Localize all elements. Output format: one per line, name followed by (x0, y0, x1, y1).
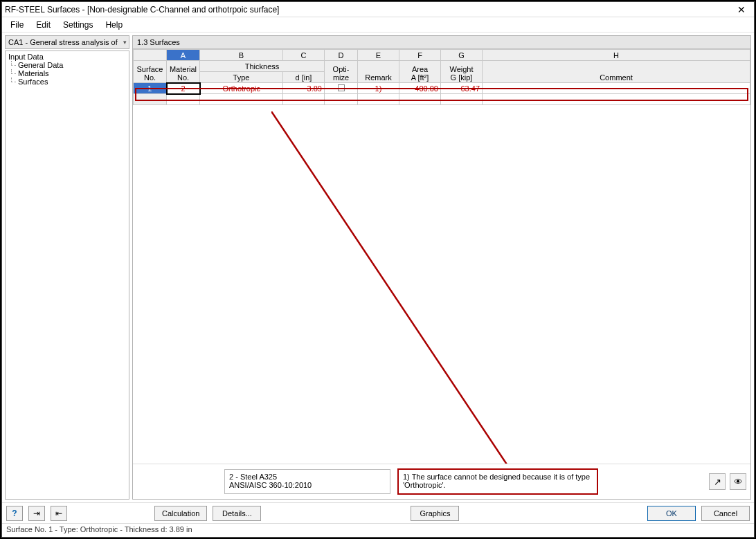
cancel-button[interactable]: Cancel (701, 506, 750, 521)
nav-tree[interactable]: Input Data General Data Materials Surfac… (5, 51, 129, 500)
remark-message: 1) The surface cannot be designed becaus… (403, 473, 590, 489)
details-button[interactable]: Details... (213, 506, 261, 521)
cell-d[interactable]: 3.89 (283, 83, 325, 94)
cell-type[interactable]: Orthotropic (200, 83, 283, 94)
case-combo-text: CA1 - General stress analysis of (8, 38, 118, 46)
menu-help[interactable]: Help (102, 19, 125, 31)
left-pane: CA1 - General stress analysis of ▾ Input… (5, 35, 129, 500)
pick-icon[interactable]: ↗ (709, 473, 726, 490)
col-blank (134, 50, 167, 61)
h-area: AreaA [ft²] (399, 61, 441, 83)
help-icon[interactable]: ? (6, 506, 23, 521)
import-icon[interactable]: ⇥ (28, 506, 45, 521)
tree-surfaces[interactable]: Surfaces (8, 77, 126, 86)
col-C[interactable]: C (283, 50, 325, 61)
table-row[interactable]: 1 2 Orthotropic 3.89 1) 400.00 63.47 (134, 83, 750, 94)
remark-message-box: 1) The surface cannot be designed becaus… (397, 468, 598, 495)
case-combo[interactable]: CA1 - General stress analysis of ▾ (5, 35, 129, 49)
cell-remark[interactable]: 1) (358, 83, 399, 94)
col-A[interactable]: A (167, 50, 200, 61)
h-comment: Comment (483, 61, 750, 83)
chevron-down-icon: ▾ (123, 39, 127, 46)
sh-type: Type (200, 72, 283, 83)
graphics-button[interactable]: Graphics (411, 506, 459, 521)
col-B[interactable]: B (200, 50, 283, 61)
calculation-button[interactable]: Calculation (154, 506, 207, 521)
panel-title: 1.3 Surfaces (133, 36, 750, 49)
h-surface: SurfaceNo. (134, 61, 167, 83)
material-info-box: 2 - Steel A325 ANSI/AISC 360-10:2010 (224, 469, 390, 494)
material-line1: 2 - Steel A325 (229, 473, 386, 481)
surfaces-table[interactable]: A B C D E F G H SurfaceNo. MaterialNo. T… (133, 49, 750, 105)
info-band: 2 - Steel A325 ANSI/AISC 360-10:2010 1) … (133, 464, 750, 499)
grid-wrap: A B C D E F G H SurfaceNo. MaterialNo. T… (133, 49, 750, 464)
ok-button[interactable]: OK (647, 506, 696, 521)
col-E[interactable]: E (358, 50, 399, 61)
cell-area[interactable]: 400.00 (399, 83, 441, 94)
cell-weight[interactable]: 63.47 (441, 83, 483, 94)
statusbar: Surface No. 1 - Type: Orthotropic - Thic… (2, 523, 754, 537)
cell-comment[interactable] (483, 83, 750, 94)
h-material: MaterialNo. (167, 61, 200, 83)
window-title: RF-STEEL Surfaces - [Non-designable C-Ch… (5, 5, 732, 15)
h-remark: Remark (358, 61, 399, 83)
svg-line-0 (271, 111, 521, 464)
cell-matno[interactable]: 2 (167, 83, 200, 94)
h-weight: WeightG [kip] (441, 61, 483, 83)
main-panel: 1.3 Surfaces A B C D E F G (132, 35, 751, 500)
col-D[interactable]: D (325, 50, 358, 61)
tree-root[interactable]: Input Data (8, 53, 126, 61)
h-opti: Opti-mize (325, 61, 358, 83)
app-window: RF-STEEL Surfaces - [Non-designable C-Ch… (1, 1, 755, 538)
tree-general-data[interactable]: General Data (8, 61, 126, 69)
bottom-bar: ? ⇥ ⇤ Calculation Details... Graphics OK… (2, 502, 754, 523)
material-line2: ANSI/AISC 360-10:2010 (229, 481, 386, 489)
empty-rowhead (134, 94, 167, 105)
body: CA1 - General stress analysis of ▾ Input… (2, 33, 754, 502)
close-icon[interactable]: ✕ (732, 4, 751, 15)
titlebar: RF-STEEL Surfaces - [Non-designable C-Ch… (2, 2, 754, 17)
col-F[interactable]: F (399, 50, 441, 61)
cell-surfno[interactable]: 1 (134, 83, 167, 94)
export-icon[interactable]: ⇤ (51, 506, 67, 521)
col-H[interactable]: H (483, 50, 750, 61)
h-thickness: Thickness (200, 61, 325, 72)
tree-materials[interactable]: Materials (8, 69, 126, 77)
menubar: File Edit Settings Help (2, 17, 754, 33)
status-text: Surface No. 1 - Type: Orthotropic - Thic… (6, 525, 192, 533)
sh-d: d [in] (283, 72, 325, 83)
menu-settings[interactable]: Settings (60, 19, 96, 31)
annotation-arrow (271, 111, 687, 464)
eye-icon[interactable]: 👁 (730, 473, 746, 490)
menu-file[interactable]: File (8, 19, 26, 31)
info-right-icons: ↗ 👁 (602, 473, 746, 490)
col-G[interactable]: G (441, 50, 483, 61)
menu-edit[interactable]: Edit (33, 19, 53, 31)
checkbox-icon[interactable] (338, 84, 345, 91)
cell-optimize[interactable] (325, 83, 358, 94)
